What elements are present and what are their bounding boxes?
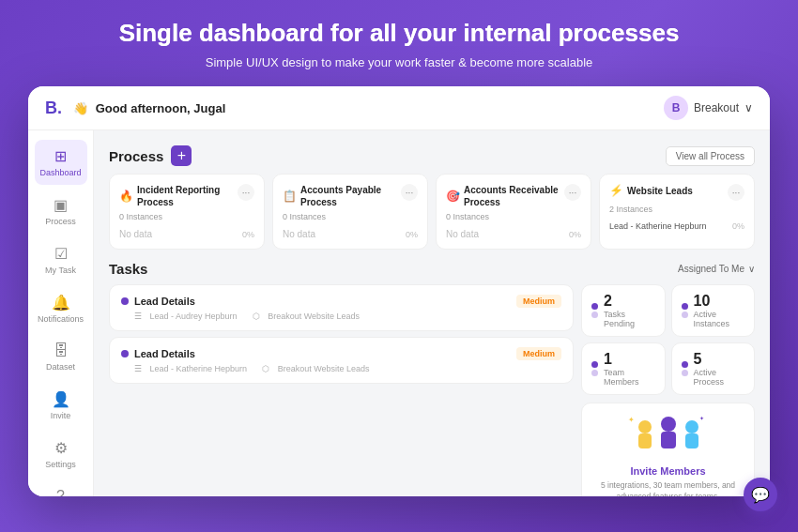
process-card-header: 📋 Accounts Payable Process ··· (283, 184, 418, 208)
task-title-row: Lead Details (121, 296, 195, 307)
invite-icon: 👤 (52, 390, 70, 408)
sidebar-item-my-task[interactable]: ☑ My Task (35, 237, 87, 282)
stat-dot-light (682, 370, 688, 376)
add-process-button[interactable]: + (171, 145, 192, 166)
notifications-icon: 🔔 (52, 294, 70, 312)
page-subheadline: Simple UI/UX design to make your work fa… (206, 55, 593, 69)
website-leads-instances: 2 Instances (609, 205, 744, 214)
task-meta-2: ☰ Lead - Katherine Hepburn ⬡ Breakout We… (121, 364, 561, 373)
process-card-header: 🔥 Incident Reporting Process ··· (119, 184, 254, 208)
process-card-accounts-payable: 📋 Accounts Payable Process ··· 0 Instanc… (272, 174, 428, 250)
incident-instances: 0 Instances (119, 212, 254, 221)
task-card-header: Lead Details Medium (121, 347, 561, 360)
process-section: Process + View all Process 🔥 Incident Re… (109, 145, 755, 250)
process-card-incident: 🔥 Incident Reporting Process ··· 0 Insta… (109, 174, 265, 250)
accounts-payable-percent: 0% (406, 230, 418, 239)
bottom-row: Lead Details Medium ☰ Lead - Audrey Hepb… (109, 284, 755, 496)
tasks-section: Tasks Assigned To Me ∨ (109, 261, 755, 496)
svg-text:✦: ✦ (699, 416, 704, 421)
task-title-2: Lead Details (134, 348, 195, 359)
task-card-2[interactable]: Lead Details Medium ☰ Lead - Katherine H… (109, 337, 574, 384)
active-instances-number: 10 (694, 293, 745, 310)
task-title-row: Lead Details (121, 348, 195, 359)
sidebar-item-settings[interactable]: ⚙ Settings (35, 432, 87, 477)
chevron-icon: ∨ (748, 264, 755, 274)
process-card-header: 🎯 Accounts Receivable Process ··· (446, 184, 581, 208)
accounts-payable-menu-button[interactable]: ··· (401, 184, 418, 201)
my-task-icon: ☑ (54, 245, 68, 263)
svg-point-0 (638, 420, 652, 433)
dashboard-wrapper: B. 👋 Good afternoon, Jugal B Breakout ∨ … (28, 86, 770, 496)
sidebar-label-notifications: Notifications (38, 314, 84, 324)
accounts-payable-instances: 0 Instances (283, 212, 418, 221)
team-members-label: Team Members (604, 368, 655, 387)
website-leads-menu-button[interactable]: ··· (728, 184, 744, 201)
sidebar-item-notifications[interactable]: 🔔 Notifications (35, 286, 87, 331)
help-icon: ? (56, 488, 65, 496)
incident-emoji: 🔥 (119, 190, 133, 203)
tasks-pending-label: Tasks Pending (604, 310, 655, 328)
task-meta-text-1: Lead - Audrey Hepburn (150, 312, 238, 321)
stat-content: 1 Team Members (604, 351, 655, 387)
task-dot (121, 350, 129, 357)
chevron-down-icon: ∨ (744, 101, 753, 114)
website-leads-percent: 0% (732, 221, 744, 231)
dataset-icon: 🗄 (54, 342, 69, 359)
task-card-1[interactable]: Lead Details Medium ☰ Lead - Audrey Hepb… (109, 284, 574, 331)
tasks-section-header: Tasks Assigned To Me ∨ (109, 261, 755, 277)
svg-rect-3 (661, 432, 676, 448)
user-menu[interactable]: B Breakout ∨ (664, 96, 753, 120)
stat-dot-light (591, 312, 598, 318)
accounts-receivable-menu-button[interactable]: ··· (564, 184, 581, 201)
filter-label: Assigned To Me (678, 264, 744, 274)
view-all-process-button[interactable]: View all Process (666, 146, 755, 166)
team-members-number: 1 (604, 351, 655, 368)
active-process-number: 5 (694, 351, 745, 368)
active-instances-label: Active Instances (694, 310, 745, 328)
stat-tasks-pending: 2 Tasks Pending (581, 284, 666, 337)
stat-dot-purple (591, 303, 598, 310)
topbar-left: B. 👋 Good afternoon, Jugal (45, 99, 229, 118)
accounts-payable-emoji: 📋 (283, 190, 297, 203)
stats-grid: 2 Tasks Pending (581, 284, 755, 395)
tasks-pending-number: 2 (604, 293, 655, 310)
user-name: Breakout (694, 101, 739, 114)
sidebar-item-process[interactable]: ▣ Process (35, 189, 87, 234)
sidebar-label-dashboard: Dashboard (39, 168, 81, 177)
stat-content: 2 Tasks Pending (604, 293, 655, 328)
incident-no-data: No data (119, 229, 152, 239)
task-meta-icon-1: ☰ (134, 312, 142, 321)
invite-card: ✦ ✦ Invite Members 5 integrations, 30 te… (581, 403, 755, 496)
accounts-receivable-title: Accounts Receivable Process (464, 184, 564, 208)
task-meta-text-3: Lead - Katherine Hepburn (150, 364, 248, 373)
sidebar-item-invite[interactable]: 👤 Invite (35, 383, 87, 428)
right-panel: 2 Tasks Pending (581, 284, 755, 496)
process-card-header: ⚡ Website Leads ··· (609, 184, 744, 201)
accounts-payable-footer: No data 0% (283, 229, 418, 239)
assigned-to-filter[interactable]: Assigned To Me ∨ (678, 264, 755, 274)
website-leads-body: Lead - Katherine Hepburn (609, 221, 707, 231)
process-section-title: Process (109, 148, 163, 164)
process-card-accounts-receivable: 🎯 Accounts Receivable Process ··· 0 Inst… (436, 174, 591, 250)
greeting-text: Good afternoon, Jugal (96, 101, 226, 115)
task-meta-icon-4: ⬡ (262, 364, 269, 373)
accounts-receivable-percent: 0% (569, 230, 581, 239)
invite-card-title: Invite Members (630, 465, 705, 477)
chat-bubble-button[interactable]: 💬 (744, 478, 777, 511)
sidebar-item-dataset[interactable]: 🗄 Dataset (35, 335, 87, 379)
sidebar-label-dataset: Dataset (46, 362, 75, 372)
svg-rect-1 (638, 433, 652, 448)
sidebar-item-help[interactable]: ? Help (35, 480, 87, 496)
incident-menu-button[interactable]: ··· (238, 184, 254, 201)
stat-dot-purple (682, 361, 688, 368)
task-meta-icon-2: ⬡ (253, 312, 260, 321)
sidebar-label-invite: Invite (51, 411, 71, 420)
sidebar: ⊞ Dashboard ▣ Process ☑ My Task 🔔 Notifi… (28, 130, 94, 496)
stat-dot-purple (591, 361, 598, 368)
process-header-left: Process + (109, 145, 192, 166)
sidebar-item-dashboard[interactable]: ⊞ Dashboard (35, 140, 87, 185)
process-icon: ▣ (54, 196, 68, 214)
task-meta-1: ☰ Lead - Audrey Hepburn ⬡ Breakout Websi… (121, 312, 561, 321)
stat-icon-group (682, 303, 688, 318)
website-leads-title: Website Leads (627, 185, 693, 197)
